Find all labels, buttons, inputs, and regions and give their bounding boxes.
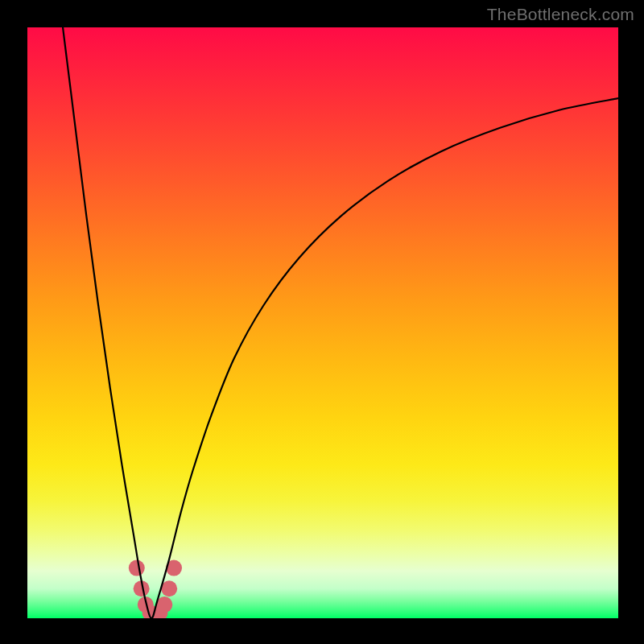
highlight-marker [161, 580, 177, 597]
watermark-text: TheBottleneck.com [487, 5, 634, 24]
highlight-marker [156, 597, 172, 613]
bottleneck-curve [63, 27, 618, 618]
plot-area [27, 27, 618, 618]
chart-svg [27, 27, 618, 618]
highlight-marker [129, 560, 145, 576]
chart-stage: TheBottleneck.com [0, 0, 644, 644]
